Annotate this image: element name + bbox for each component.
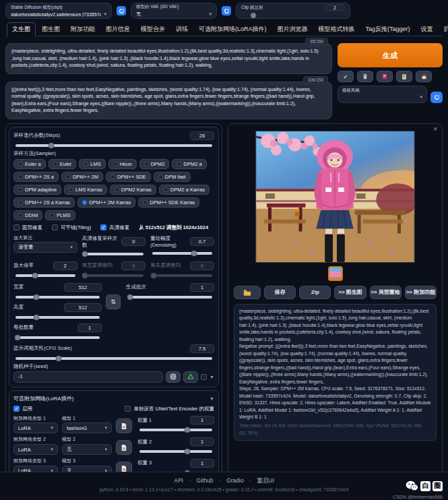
- steps-slider[interactable]: [15, 144, 212, 147]
- sampler-option[interactable]: DPM2 a: [172, 159, 206, 169]
- gradio-link[interactable]: Gradio: [226, 477, 244, 484]
- checkbox-icon[interactable]: [125, 406, 131, 412]
- sampler-option[interactable]: PLMS: [45, 210, 75, 220]
- tab-extensions[interactable]: 扩展: [439, 23, 448, 36]
- lora-type-dropdown[interactable]: LoRA▾: [13, 423, 58, 433]
- refresh-checkpoints-button[interactable]: [117, 6, 126, 15]
- refresh-vae-button[interactable]: [222, 6, 231, 15]
- checkbox-icon[interactable]: [52, 224, 58, 230]
- sampler-option[interactable]: DPM++ 2S a: [13, 172, 59, 182]
- vae-dropdown[interactable]: 模型的 VAE (SD VAE) 无 ▾: [131, 3, 217, 19]
- lora-separate-weights-option[interactable]: 单独设置 UNet/Text Encoder 的权重: [125, 406, 214, 412]
- restore-faces-option[interactable]: 面部修复: [13, 224, 42, 231]
- slider-handle[interactable]: [191, 250, 197, 256]
- tiling-option[interactable]: 可平铺(Tiling): [52, 224, 91, 231]
- height-slider[interactable]: [15, 316, 100, 319]
- slider-handle[interactable]: [34, 294, 40, 300]
- slider-handle[interactable]: [250, 12, 256, 18]
- save-style-button[interactable]: [416, 71, 432, 82]
- sampler-option[interactable]: DPM2 Karras: [110, 185, 156, 195]
- send-to-inpaint-button[interactable]: >> 局部重绘: [370, 286, 402, 299]
- lora-enable-option[interactable]: 启用: [13, 406, 32, 412]
- tab-tagger[interactable]: Tag反推(Tagger): [361, 23, 415, 36]
- upscaler-dropdown[interactable]: 潜变量▾: [13, 242, 77, 253]
- seed-input[interactable]: -1: [13, 371, 163, 383]
- close-gallery-button[interactable]: ×: [433, 125, 437, 133]
- negative-prompt-textarea[interactable]: (((extra feet))),3 feet,more than two fe…: [5, 82, 332, 119]
- thumbnail-selected[interactable]: [328, 266, 343, 281]
- tab-additional-networks[interactable]: 可选附加网络(LoRA插件): [194, 23, 271, 36]
- steps-value[interactable]: 28: [190, 131, 214, 140]
- sampler-option[interactable]: DPM fast: [154, 172, 191, 182]
- open-folder-button[interactable]: [234, 286, 261, 299]
- hires-fix-option[interactable]: 高清修复: [100, 224, 129, 231]
- zip-button[interactable]: Zip: [299, 286, 331, 299]
- lora-type-dropdown[interactable]: LoRA▾: [13, 444, 58, 455]
- lora-model-info-button[interactable]: [116, 440, 132, 455]
- paste-params-button[interactable]: ↙: [338, 71, 354, 82]
- generate-button[interactable]: 生成: [338, 43, 443, 67]
- checkbox-checked-icon[interactable]: [13, 406, 20, 412]
- slider-handle[interactable]: [48, 142, 54, 148]
- slider-handle[interactable]: [185, 427, 191, 433]
- checkbox-checked-icon[interactable]: [100, 224, 106, 230]
- refresh-styles-button[interactable]: [430, 92, 443, 103]
- swap-dimensions-button[interactable]: ⇅: [106, 294, 121, 309]
- batch-size-slider[interactable]: [15, 336, 100, 339]
- tab-txt2img[interactable]: 文生图: [7, 22, 36, 36]
- batch-count-slider[interactable]: [128, 296, 212, 299]
- slider-handle[interactable]: [185, 449, 191, 455]
- hires-steps-slider[interactable]: [84, 253, 144, 255]
- tab-img2img[interactable]: 图生图: [37, 23, 65, 36]
- lora-model-dropdown[interactable]: 无▾: [62, 444, 112, 455]
- collapse-caret-icon[interactable]: ▼: [210, 396, 214, 401]
- sampler-option[interactable]: LMS: [79, 159, 105, 169]
- extra-seed-checkbox[interactable]: [201, 374, 207, 380]
- lora-weight-value[interactable]: 1: [190, 459, 214, 468]
- height-value[interactable]: 512: [64, 303, 102, 312]
- batch-size-value[interactable]: 1: [77, 323, 102, 332]
- github-link[interactable]: Github: [197, 477, 214, 484]
- slider-handle[interactable]: [56, 355, 62, 361]
- tab-model-converter[interactable]: 模型格式转换: [314, 23, 360, 36]
- save-button[interactable]: 保存: [264, 286, 296, 299]
- apply-style-button[interactable]: [396, 71, 412, 82]
- sampler-option[interactable]: DPM++ SDE Karras: [138, 197, 199, 208]
- send-to-extras-button[interactable]: >> 附加功能: [405, 286, 437, 299]
- tab-pnginfo[interactable]: 图片信息: [101, 23, 135, 36]
- sampler-option[interactable]: LMS Karras: [64, 185, 107, 195]
- sampler-option-selected[interactable]: DPM++ 2M Karras: [77, 197, 135, 208]
- tab-train[interactable]: 训练: [171, 23, 193, 36]
- width-slider[interactable]: [15, 296, 100, 299]
- send-to-img2img-button[interactable]: >> 图生图: [334, 286, 366, 299]
- sampler-option[interactable]: Euler: [49, 159, 77, 169]
- lora-weight-slider[interactable]: [139, 429, 212, 431]
- sampler-option[interactable]: DPM++ 2S a Karras: [13, 197, 75, 208]
- sampler-option[interactable]: DPM2 a Karras: [159, 185, 210, 195]
- clear-prompt-button[interactable]: [357, 71, 373, 82]
- clip-skip-value[interactable]: 2: [325, 5, 345, 11]
- generated-image[interactable]: [255, 131, 415, 263]
- hires-steps-value[interactable]: 0: [121, 237, 146, 246]
- prompt-textarea[interactable]: (masterpiece, sidelighting, ultra-detail…: [5, 43, 332, 74]
- tab-extras[interactable]: 附加功能: [66, 23, 100, 36]
- lora-model-info-button[interactable]: [116, 418, 132, 433]
- sampler-option[interactable]: DPM++ 2M: [61, 172, 103, 182]
- lora-weight-slider[interactable]: [139, 450, 212, 453]
- sampler-option[interactable]: DDIM: [13, 210, 42, 220]
- api-link[interactable]: API: [174, 477, 183, 484]
- checkpoint-dropdown[interactable]: Stable Diffusion 模型(ckpt) dalceforealist…: [5, 3, 112, 19]
- slider-handle[interactable]: [32, 272, 38, 278]
- lora-weight-value[interactable]: 1: [190, 416, 214, 425]
- sampler-option[interactable]: Heun: [108, 159, 137, 169]
- slider-handle[interactable]: [127, 294, 133, 300]
- sampler-option[interactable]: Euler a: [13, 159, 46, 169]
- upscale-by-value[interactable]: 2: [53, 261, 77, 270]
- slider-handle[interactable]: [34, 314, 40, 320]
- reload-ui-link[interactable]: 重启UI: [257, 477, 274, 484]
- styles-dropdown[interactable]: 模板风格 ▾: [338, 86, 427, 103]
- upscale-by-slider[interactable]: [15, 274, 75, 277]
- cfg-slider[interactable]: [15, 357, 212, 360]
- batch-count-value[interactable]: 1: [190, 283, 214, 292]
- sampler-option[interactable]: DPM++ SDE: [106, 172, 151, 182]
